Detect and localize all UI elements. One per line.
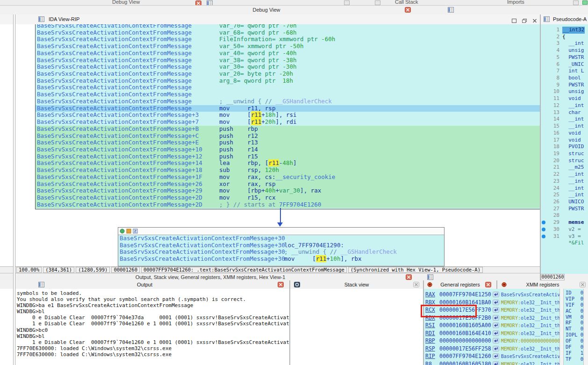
jump-to-address-icon[interactable] [493,346,499,351]
register-value[interactable]: 0000000000000000 [439,337,491,344]
cpu-flag-row[interactable]: NT0 [566,326,583,332]
disasm-row[interactable]: BaseSrvSxsCreateActivationContextFromMes… [36,29,540,36]
pseudocode-line[interactable]: 23 __int [541,178,588,185]
pseudocode-line[interactable]: 16 void [541,130,588,137]
cpu-flag-row[interactable]: VM0 [566,314,583,320]
pseudocode-line[interactable]: *&Fil [541,240,588,247]
registers-scrollbar[interactable] [559,289,564,365]
disasm-row[interactable]: BaseSrvSxsCreateActivationContextFromMes… [36,201,540,208]
disasm-row[interactable]: BaseSrvSxsCreateActivationContextFromMes… [36,160,540,167]
register-name[interactable]: RSP [425,345,439,352]
register-name[interactable]: RSI [425,322,439,329]
pseudocode-line[interactable]: 21 __m25 [541,164,588,171]
register-value[interactable]: 00000017E56FF258 [439,345,491,352]
disasm-row[interactable]: BaseSrvSxsCreateActivationContextFromMes… [36,91,540,98]
disasm-row[interactable]: BaseSrvSxsCreateActivationContextFromMes… [36,112,540,119]
jump-to-address-icon[interactable] [493,307,499,313]
pseudocode-line[interactable]: 18 PVOID [541,143,588,150]
cpu-flag-row[interactable]: AC0 [566,308,583,314]
disasm-row[interactable]: BaseSrvSxsCreateActivationContextFromMes… [36,84,540,91]
cpu-flag-row[interactable]: VIF0 [566,302,583,308]
pseudocode-line[interactable]: 22 __int [541,171,588,178]
close-panel-button[interactable] [531,17,538,23]
pseudocode-line[interactable]: 4 unsig [541,47,588,54]
pseudocode-line[interactable]: 31 v3 = [541,233,588,240]
pseudocode-panel[interactable]: 1__int322{3 __int4 unsig5 PWSTR6 _UNIC7 … [541,24,588,274]
pseudocode-line[interactable]: 8 bool [541,75,588,82]
disasm-row[interactable]: BaseSrvSxsCreateActivationContextFromMes… [36,98,540,105]
disasm-row[interactable]: BaseSrvSxsCreateActivationContextFromMes… [118,249,444,256]
cpu-flag-row[interactable]: IF1 [566,350,583,356]
pseudocode-line[interactable]: 28 [541,212,588,219]
register-row[interactable]: R800000160B1605180MEMORY:ole32__Init_thr… [425,360,559,365]
pseudocode-line[interactable]: 2{ [541,34,588,41]
close-dock-icon[interactable] [406,274,412,280]
disasm-row[interactable]: BaseSrvSxsCreateActivationContextFromMes… [36,78,540,85]
jump-to-address-icon[interactable] [493,338,499,344]
window-icon[interactable] [375,0,380,5]
disasm-row[interactable]: BaseSrvSxsCreateActivationContextFromMes… [118,242,444,249]
cpu-flag-row[interactable]: DF0 [566,344,583,350]
stack-view-panel[interactable] [290,289,423,365]
pseudocode-line[interactable]: 10 unsig [541,88,588,95]
pseudocode-line[interactable]: 24 __int [541,185,588,192]
register-row[interactable]: RAX00007FF9704E1250BaseSrvSxsCreateActiv… [425,291,559,299]
cpu-flag-row[interactable]: OF0 [566,338,583,344]
basic-block-node[interactable]: BaseSrvSxsCreateActivationContextFromMes… [118,227,445,266]
jump-to-address-icon[interactable] [493,330,499,336]
pseudocode-caption[interactable]: Pseudocode-A [541,14,588,25]
output-console[interactable]: symbols to be loaded.You should also ver… [0,289,289,365]
pseudocode-line[interactable]: 20 struc [541,157,588,165]
breakpoint-dot-icon[interactable] [542,235,545,238]
breakpoint-dot-icon[interactable] [542,221,545,224]
window-icon[interactable] [573,0,579,5]
disasm-row[interactable]: BaseSrvSxsCreateActivationContextFromMes… [36,126,540,133]
dock-tabs-label[interactable]: Output, Stack view, General registers, X… [0,274,421,280]
jump-to-address-icon[interactable] [493,361,499,365]
pseudocode-line[interactable]: 12 __int [541,102,588,109]
node-color-icon[interactable] [126,229,131,234]
pseudocode-line[interactable]: 3 __int [541,40,588,47]
register-value[interactable]: 00000160B1605180 [439,361,491,365]
jump-to-address-icon[interactable] [493,322,499,328]
next-view-tab-icon[interactable] [448,7,454,13]
pseudocode-line[interactable]: 7 int L [541,68,588,75]
panel-divider[interactable] [540,14,541,280]
jump-to-address-icon[interactable] [493,353,499,359]
disasm-row[interactable]: BaseSrvSxsCreateActivationContextFromMes… [36,153,540,160]
disasm-row[interactable]: BaseSrvSxsCreateActivationContextFromMes… [36,181,540,188]
register-row[interactable]: RSP00000017E56FF258MEMORY:ole32__Init_th… [425,345,559,353]
disasm-row[interactable]: BaseSrvSxsCreateActivationContextFromMes… [36,36,540,43]
cpu-flag-row[interactable]: IOPL0 [566,332,583,338]
register-name[interactable]: RDI [425,329,439,337]
tab-call-stack[interactable]: Call Stack [395,0,418,5]
xmm-registers-caption[interactable]: XMM registers [497,280,588,289]
flags-scrollbar[interactable] [583,289,588,365]
cpu-flag-row[interactable]: ID0 [566,290,583,296]
pseudocode-line[interactable]: 15 __int [541,123,588,130]
register-value[interactable]: 00007FF9704E1250 [439,291,491,298]
disasm-row[interactable]: BaseSrvSxsCreateActivationContextFromMes… [118,256,444,263]
disasm-row[interactable]: BaseSrvSxsCreateActivationContextFromMes… [36,64,540,71]
disasm-row[interactable]: BaseSrvSxsCreateActivationContextFromMes… [36,119,540,126]
basic-block-node[interactable]: BaseSrvSxsCreateActivationContextFromMes… [35,24,540,209]
window-icon[interactable] [344,0,350,5]
pseudocode-line[interactable]: 29 memse [541,219,588,226]
node-collapse-icon[interactable] [133,229,138,234]
restore-button[interactable] [521,17,528,23]
pseudocode-line[interactable]: 17 void [541,137,588,144]
disasm-row[interactable]: BaseSrvSxsCreateActivationContextFromMes… [36,71,540,78]
disasm-row[interactable]: BaseSrvSxsCreateActivationContextFromMes… [36,139,540,146]
disasm-row[interactable]: BaseSrvSxsCreateActivationContextFromMes… [36,146,540,153]
close-tab-icon[interactable] [405,7,411,13]
register-row[interactable]: RDI00000160B164E410MEMORY:ole32__Init_th… [425,329,559,337]
register-name[interactable]: RIP [425,352,439,360]
register-value[interactable]: 00000160B1605A00 [439,322,491,329]
disasm-row[interactable]: BaseSrvSxsCreateActivationContextFromMes… [36,167,540,174]
disasm-row[interactable]: BaseSrvSxsCreateActivationContextFromMes… [36,57,540,64]
jump-to-address-icon[interactable] [493,300,499,305]
register-row[interactable]: RIP00007FF9704E1260BaseSrvSxsCreateActiv… [425,352,559,360]
pseudocode-line[interactable]: 1__int32 [541,27,588,34]
register-row[interactable]: RSI00000160B1605A00MEMORY:ole32__Init_th… [425,322,559,329]
node-title-bar[interactable] [118,228,444,235]
